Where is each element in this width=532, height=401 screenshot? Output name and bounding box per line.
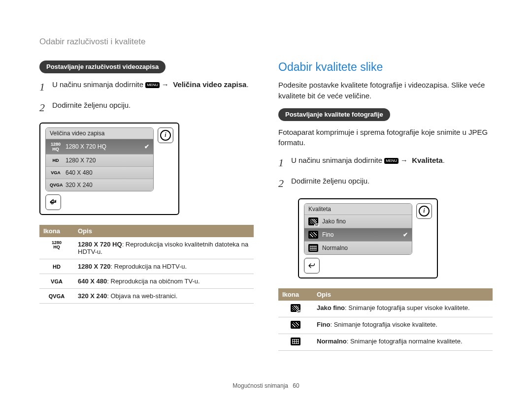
table-row: 1280HQ 1280 X 720 HQ: Reprodukcija visok…: [39, 237, 254, 259]
option-list: Veličina video zapisa 1280HQ 1280 X 720 …: [45, 127, 154, 191]
section-pill-video-resolution: Postavljanje razlučivosti videozapisa: [39, 61, 166, 73]
back-button[interactable]: [304, 258, 320, 274]
col-icon: Ikona: [278, 288, 313, 301]
device-frame: Veličina video zapisa 1280HQ 1280 X 720 …: [39, 123, 179, 215]
two-column-layout: Postavljanje razlučivosti videozapisa 1 …: [39, 61, 493, 351]
info-button[interactable]: i: [416, 203, 432, 219]
manual-page: Odabir razlučivosti i kvalitete Postavlj…: [0, 0, 532, 401]
quality-icon: [308, 217, 318, 225]
step-number: 2: [278, 176, 291, 191]
menu-icon: MENU: [145, 82, 159, 88]
back-button[interactable]: [45, 194, 61, 210]
option-1280x720[interactable]: HD 1280 X 720: [46, 154, 153, 167]
option-320x240[interactable]: QVGA 320 X 240: [46, 179, 153, 191]
resolution-icon: 1280HQ: [50, 142, 62, 152]
step-2: 2 Dodirnite željenu opciju.: [39, 100, 254, 116]
right-column: Odabir kvalitete slike Podesite postavke…: [278, 61, 493, 351]
step-number: 1: [39, 79, 52, 95]
info-icon: i: [160, 130, 171, 141]
page-number: 60: [293, 382, 299, 389]
resolution-icon: 1280HQ: [52, 241, 62, 249]
option-list: Kvaliteta Jako fino Fino ✔: [304, 203, 412, 255]
video-resolution-table: Ikona Opis 1280HQ 1280 X 720 HQ: Reprodu…: [39, 225, 254, 304]
quality-table: Ikona Opis Jako fino: Snimanje fotografi…: [278, 288, 493, 351]
breadcrumb: Odabir razlučivosti i kvalitete: [39, 37, 493, 47]
device-screenshot-video-size: Veličina video zapisa 1280HQ 1280 X 720 …: [39, 123, 254, 215]
step-text: U načinu snimanja dodirnite MENU → Kvali…: [291, 155, 493, 166]
option-640x480[interactable]: VGA 640 X 480: [46, 167, 153, 179]
resolution-icon: VGA: [51, 279, 63, 284]
left-column: Postavljanje razlučivosti videozapisa 1 …: [39, 61, 254, 351]
resolution-icon: VGA: [50, 170, 62, 175]
check-icon: ✔: [144, 143, 149, 150]
step-number: 1: [278, 155, 291, 171]
device-frame: Kvaliteta Jako fino Fino ✔: [298, 198, 438, 278]
quality-icon: [291, 338, 300, 345]
option-list-title: Kvaliteta: [304, 204, 412, 215]
info-button[interactable]: i: [158, 127, 173, 143]
step-number: 2: [39, 100, 52, 116]
option-1280x720hq[interactable]: 1280HQ 1280 X 720 HQ ✔: [46, 139, 153, 154]
quality-icon: [308, 231, 318, 239]
table-row: VGA 640 X 480: Reprodukcija na običnom T…: [39, 274, 254, 288]
intro-text: Podesite postavke kvalitete fotografije …: [278, 80, 493, 101]
quality-icon: [291, 304, 300, 312]
step-text: U načinu snimanja dodirnite MENU → Velič…: [52, 79, 254, 90]
quality-icon: [291, 321, 300, 329]
resolution-icon: QVGA: [50, 183, 62, 187]
resolution-icon: HD: [53, 264, 61, 270]
option-superfine[interactable]: Jako fino: [304, 215, 412, 228]
table-row: QVGA 320 X 240: Objava na web-stranici.: [39, 288, 254, 303]
device-screenshot-quality: Kvaliteta Jako fino Fino ✔: [298, 198, 493, 278]
col-icon: Ikona: [39, 225, 74, 237]
option-list-title: Veličina video zapisa: [46, 128, 153, 139]
step-2: 2 Dodirnite željenu opciju.: [278, 176, 493, 191]
back-icon: [308, 262, 316, 270]
section-heading: Odabir kvalitete slike: [278, 61, 493, 74]
option-normal[interactable]: Normalno: [304, 242, 412, 254]
table-header-row: Ikona Opis: [39, 225, 254, 237]
resolution-icon: HD: [50, 158, 62, 163]
step-text: Dodirnite željenu opciju.: [52, 100, 254, 111]
info-icon: i: [419, 206, 430, 216]
quality-icon: [308, 244, 318, 252]
resolution-icon: QVGA: [49, 294, 65, 299]
option-fine[interactable]: Fino ✔: [304, 228, 412, 242]
table-header-row: Ikona Opis: [278, 288, 493, 301]
col-desc: Opis: [74, 225, 254, 237]
compression-text: Fotoaparat komprimuje i sprema fotografi…: [278, 127, 493, 149]
menu-icon: MENU: [384, 158, 398, 164]
table-row: HD 1280 X 720: Reprodukcija na HDTV-u.: [39, 259, 254, 274]
col-desc: Opis: [313, 288, 493, 301]
section-pill-photo-quality: Postavljanje kvalitete fotografije: [278, 108, 390, 121]
step-text: Dodirnite željenu opciju.: [291, 176, 493, 186]
table-row: Fino: Snimanje fotografija visoke kvalit…: [278, 317, 493, 334]
table-row: Normalno: Snimanje fotografija normalne …: [278, 334, 493, 350]
table-row: Jako fino: Snimanje fotografija super vi…: [278, 301, 493, 317]
step-1: 1 U načinu snimanja dodirnite MENU → Vel…: [39, 79, 254, 95]
step-1: 1 U načinu snimanja dodirnite MENU → Kva…: [278, 155, 493, 171]
back-icon: [49, 198, 57, 206]
page-footer: Mogućnosti snimanja 60: [0, 382, 532, 389]
check-icon: ✔: [403, 231, 408, 238]
footer-section-label: Mogućnosti snimanja: [233, 382, 288, 389]
